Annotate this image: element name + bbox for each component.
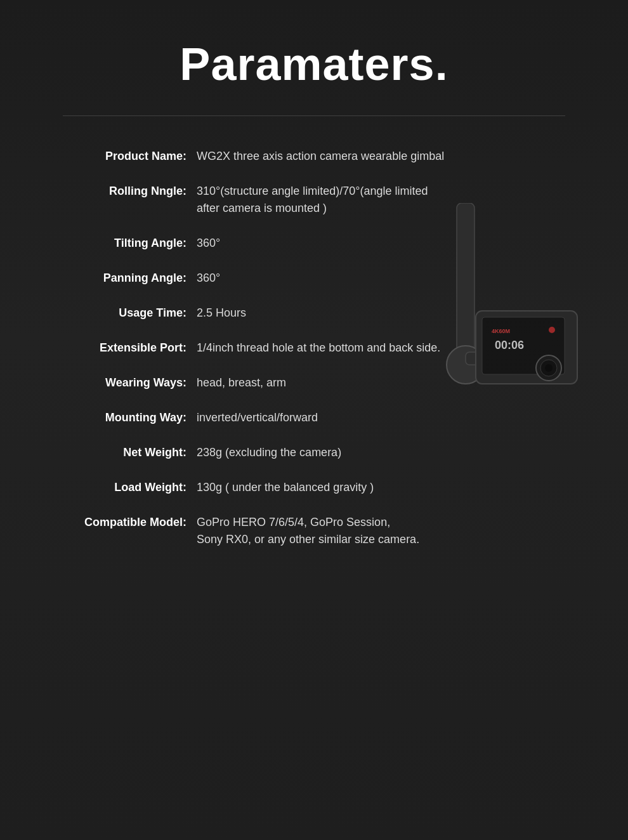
- param-row: Mounting Way:inverted/vertical/forward: [0, 409, 628, 426]
- param-row: Wearing Ways:head, breast, arm: [0, 374, 628, 391]
- param-row: Net Weight: 238g (excluding the camera): [0, 444, 628, 461]
- param-label: Panning Angle:: [51, 270, 197, 287]
- param-row: Tilting Angle:360°: [0, 235, 628, 252]
- param-label: Tilting Angle:: [51, 235, 197, 252]
- param-label: Product Name:: [51, 148, 197, 165]
- param-value: 2.5 Hours: [197, 305, 577, 322]
- param-value: 310°(structure angle limited)/70°(angle …: [197, 183, 577, 217]
- param-label: Mounting Way:: [51, 409, 197, 426]
- param-label: Net Weight:: [51, 444, 197, 461]
- param-value: WG2X three axis action camera wearable g…: [197, 148, 577, 165]
- param-row: Panning Angle:360°: [0, 270, 628, 287]
- params-section: Product Name:WG2X three axis action came…: [0, 135, 628, 604]
- section-divider: [63, 115, 565, 116]
- param-value: 360°: [197, 270, 577, 287]
- param-row: Compatible Model:GoPro HERO 7/6/5/4, GoP…: [0, 514, 628, 548]
- param-value: inverted/vertical/forward: [197, 409, 577, 426]
- param-label: Usage Time:: [51, 305, 197, 322]
- title-section: Paramaters.: [0, 0, 628, 115]
- param-value: 360°: [197, 235, 577, 252]
- param-row: Extensible Port:1/4inch thread hole at t…: [0, 339, 628, 357]
- page-title: Paramaters.: [0, 38, 628, 90]
- param-value: 130g ( under the balanced gravity ): [197, 479, 577, 496]
- param-row: Usage Time:2.5 Hours: [0, 305, 628, 322]
- param-row: Rolling Nngle:310°(structure angle limit…: [0, 183, 628, 217]
- param-value: GoPro HERO 7/6/5/4, GoPro Session, Sony …: [197, 514, 577, 548]
- param-label: Extensible Port:: [51, 339, 197, 357]
- param-label: Compatible Model:: [51, 514, 197, 531]
- page-container: Paramaters. 4K60M 00:06: [0, 0, 628, 840]
- param-value: head, breast, arm: [197, 374, 577, 391]
- param-row: Product Name:WG2X three axis action came…: [0, 148, 628, 165]
- param-row: Load Weight:130g ( under the balanced gr…: [0, 479, 628, 496]
- param-label: Load Weight:: [51, 479, 197, 496]
- param-value: 1/4inch thread hole at the bottom and ba…: [197, 339, 577, 357]
- param-label: Rolling Nngle:: [51, 183, 197, 200]
- param-value: 238g (excluding the camera): [197, 444, 577, 461]
- param-label: Wearing Ways:: [51, 374, 197, 391]
